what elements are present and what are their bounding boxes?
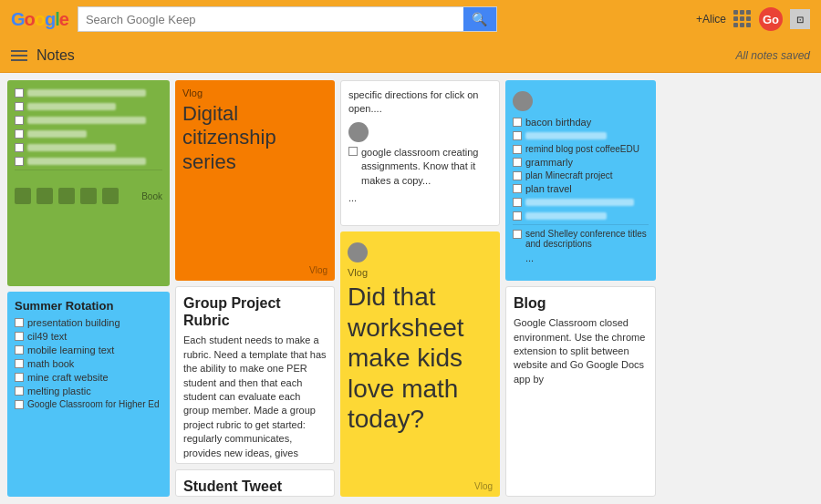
checkbox[interactable] (15, 386, 24, 396)
collaborator-icon[interactable] (36, 188, 53, 204)
card-title: Student Tweet Spreadsheet (183, 478, 327, 497)
item-text: melting plastic (27, 386, 91, 396)
item-text: cil49 text (27, 331, 67, 342)
check-item[interactable] (15, 115, 162, 126)
search-bar[interactable]: 🔍 (78, 6, 497, 32)
check-item[interactable]: presentation building (15, 317, 162, 328)
blurred-text (27, 117, 146, 124)
apps-icon[interactable] (733, 10, 752, 28)
check-item[interactable]: remind blog post coffeeEDU (513, 144, 649, 154)
search-input[interactable] (78, 7, 463, 31)
checkbox[interactable] (15, 332, 24, 341)
card-title: Did that worksheet make kids love math t… (348, 282, 493, 435)
card-title: Blog (514, 294, 648, 312)
blurred-text (27, 103, 116, 110)
search-button[interactable]: 🔍 (463, 7, 496, 31)
checkbox[interactable] (15, 345, 24, 355)
check-item[interactable] (513, 197, 649, 208)
checkbox[interactable] (15, 373, 24, 382)
check-item[interactable]: bacon birthday (513, 117, 649, 128)
hamburger-line (11, 59, 27, 61)
card-title: Summer Rotation (15, 299, 162, 314)
check-item[interactable]: send Shelley conference titles and descr… (513, 229, 649, 249)
avatar-small (348, 242, 368, 262)
check-item: google classroom creating assignments. K… (348, 146, 492, 188)
card-tag: Vlog (348, 267, 493, 278)
checkbox[interactable] (513, 198, 522, 207)
checkbox[interactable] (513, 145, 522, 154)
checkbox[interactable] (513, 158, 522, 167)
blurred-text (525, 132, 607, 139)
card-tag: Vlog (182, 87, 327, 98)
vlog-digital-citizenship-card: Vlog Digital citizenship series Vlog (175, 80, 335, 281)
check-item[interactable]: cil49 text (15, 331, 162, 342)
checkbox[interactable] (15, 143, 24, 152)
item-text: grammarly (525, 157, 573, 168)
checkbox[interactable] (513, 171, 522, 180)
check-item[interactable]: mine craft website (15, 372, 162, 383)
reminder-icon[interactable] (15, 188, 31, 204)
checkbox[interactable] (15, 400, 24, 409)
card-body: Each student needs to make a rubric. Nee… (183, 334, 327, 464)
check-item[interactable] (15, 101, 162, 112)
group-project-rubric-card: Group Project Rubric Each student needs … (175, 286, 335, 464)
green-checklist-card: Book (7, 80, 170, 286)
blurred-text (27, 89, 146, 97)
ellipsis: ... (513, 252, 649, 265)
item-text: plan Minecraft project (525, 170, 613, 180)
card-title: Group Project Rubric (183, 294, 327, 329)
checkbox[interactable] (513, 184, 522, 193)
save-status: All notes saved (736, 49, 810, 62)
main-content: Book Summer Rotation presentation buildi… (0, 73, 821, 504)
check-item[interactable]: plan Minecraft project (513, 170, 649, 180)
ellipsis: ... (348, 191, 492, 205)
check-item[interactable] (15, 87, 162, 98)
check-item[interactable]: grammarly (513, 157, 649, 168)
card-title: Digital citizenship series (182, 102, 327, 174)
window-button[interactable]: ⊡ (790, 9, 810, 29)
checkbox[interactable] (513, 118, 522, 127)
checkbox[interactable] (15, 157, 24, 166)
blurred-text (525, 199, 634, 206)
check-item[interactable] (15, 142, 162, 153)
checkbox[interactable] (15, 88, 24, 98)
check-item[interactable]: math book (15, 358, 162, 369)
item-text: send Shelley conference titles and descr… (525, 229, 649, 249)
more-icon[interactable] (102, 188, 119, 204)
checkbox[interactable] (15, 129, 24, 139)
checkbox[interactable] (513, 131, 522, 140)
menu-button[interactable] (11, 50, 27, 61)
check-item[interactable]: melting plastic (15, 386, 162, 396)
blurred-text (27, 144, 116, 151)
page-title: Notes (36, 47, 75, 64)
checkbox[interactable] (348, 147, 358, 156)
image-icon[interactable] (80, 188, 97, 204)
blog-card: Blog Google Classroom closed environment… (505, 286, 656, 497)
checkbox[interactable] (15, 359, 24, 368)
column-1: Book Summer Rotation presentation buildi… (7, 80, 170, 497)
alice-button[interactable]: +Alice (696, 13, 726, 26)
checkbox[interactable] (15, 116, 24, 125)
check-item[interactable]: mobile learning text (15, 345, 162, 355)
item-text: bacon birthday (525, 117, 591, 128)
student-tweet-card: Student Tweet Spreadsheet (175, 469, 335, 497)
checkbox[interactable] (513, 230, 522, 239)
check-item[interactable] (15, 129, 162, 139)
check-item[interactable] (513, 211, 649, 221)
avatar[interactable]: Go (759, 7, 783, 31)
blurred-text (27, 158, 146, 165)
search-icon: 🔍 (472, 12, 487, 26)
color-icon[interactable] (58, 188, 75, 204)
item-text: mine craft website (27, 372, 109, 383)
check-item[interactable] (15, 156, 162, 167)
checkbox[interactable] (513, 211, 522, 221)
check-item[interactable]: Google Classroom for Higher Ed (15, 399, 162, 409)
check-item[interactable]: plan travel (513, 183, 649, 194)
blurred-text (27, 130, 87, 138)
checkbox[interactable] (15, 102, 24, 111)
checkbox[interactable] (15, 318, 24, 327)
divider (15, 170, 162, 170)
google-logo: Google (11, 9, 68, 30)
avatar-small (348, 122, 369, 142)
check-item[interactable] (513, 130, 649, 141)
